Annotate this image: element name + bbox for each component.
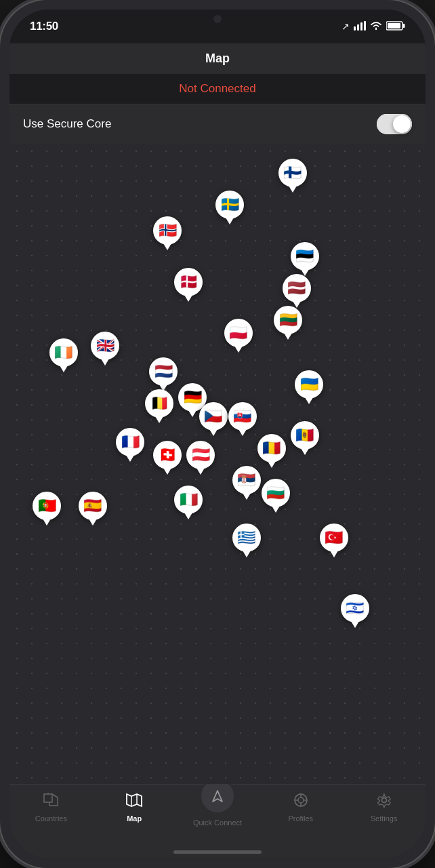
flag-pin-denmark[interactable]: 🇩🇰 xyxy=(174,268,203,302)
tab-profiles[interactable]: Profiles xyxy=(259,790,342,825)
flag-pin-romania[interactable]: 🇷🇴 xyxy=(257,434,286,468)
signal-icon xyxy=(354,21,366,33)
dot-grid xyxy=(9,144,426,784)
tab-countries[interactable]: Countries xyxy=(9,790,93,825)
toggle-knob xyxy=(393,115,411,133)
flag-pin-sweden[interactable]: 🇸🇪 xyxy=(215,191,244,224)
flag-pin-poland[interactable]: 🇵🇱 xyxy=(224,319,253,353)
flag-circle-italy: 🇮🇹 xyxy=(174,486,203,514)
countries-label: Countries xyxy=(35,814,67,823)
flag-point-romania xyxy=(268,461,276,468)
profiles-label: Profiles xyxy=(288,814,313,823)
flag-circle-belgium: 🇧🇪 xyxy=(145,389,173,418)
flag-point-sweden xyxy=(226,218,234,224)
flag-circle-ireland: 🇮🇪 xyxy=(49,338,78,367)
wifi-icon xyxy=(370,21,382,33)
flag-pin-italy[interactable]: 🇮🇹 xyxy=(174,486,203,519)
flag-point-spain xyxy=(89,519,97,526)
front-camera xyxy=(213,15,222,23)
flag-pin-latvia[interactable]: 🇱🇻 xyxy=(283,274,311,308)
flag-pin-switzerland[interactable]: 🇨🇭 xyxy=(153,441,182,475)
connection-status-bar: Not Connected xyxy=(9,74,426,104)
status-icons: ↗ xyxy=(341,21,405,33)
flag-pin-bulgaria[interactable]: 🇧🇬 xyxy=(262,479,290,513)
flag-circle-uk: 🇬🇧 xyxy=(91,332,119,360)
flag-pin-finland[interactable]: 🇫🇮 xyxy=(278,159,307,193)
flag-point-germany xyxy=(188,410,196,417)
flag-pin-ukraine[interactable]: 🇺🇦 xyxy=(295,370,323,404)
flag-point-italy xyxy=(184,513,192,519)
flag-pin-ireland[interactable]: 🇮🇪 xyxy=(49,338,78,372)
svg-point-12 xyxy=(298,797,304,803)
flag-point-lithuania xyxy=(284,333,292,340)
svg-rect-1 xyxy=(357,24,359,31)
page-title: Map xyxy=(205,52,230,65)
flag-point-france xyxy=(126,455,134,462)
flag-pin-czechia[interactable]: 🇨🇿 xyxy=(199,402,228,436)
nav-header: Map xyxy=(9,43,426,74)
flag-point-greece xyxy=(243,551,251,557)
flag-circle-finland: 🇫🇮 xyxy=(278,159,307,187)
flag-pin-slovakia[interactable]: 🇸🇰 xyxy=(228,402,257,436)
flag-pin-lithuania[interactable]: 🇱🇹 xyxy=(274,306,302,340)
flag-pin-norway[interactable]: 🇳🇴 xyxy=(153,216,182,250)
connection-status-text: Not Connected xyxy=(179,82,255,95)
secure-core-row[interactable]: Use Secure Core xyxy=(9,104,426,144)
flag-circle-czechia: 🇨🇿 xyxy=(199,402,228,431)
flag-point-finland xyxy=(289,186,297,193)
flag-pin-turkey[interactable]: 🇹🇷 xyxy=(320,524,348,557)
home-indicator xyxy=(9,845,426,859)
flag-pin-spain[interactable]: 🇪🇸 xyxy=(79,492,107,526)
flag-point-slovakia xyxy=(239,429,247,436)
flag-pin-israel[interactable]: 🇮🇱 xyxy=(341,594,369,628)
flag-point-belgium xyxy=(155,416,163,423)
flag-pin-belgium[interactable]: 🇧🇪 xyxy=(145,389,173,423)
flag-pin-austria[interactable]: 🇦🇹 xyxy=(186,441,215,475)
flag-circle-romania: 🇷🇴 xyxy=(257,434,286,462)
flag-point-turkey xyxy=(330,551,338,557)
flag-pin-portugal[interactable]: 🇵🇹 xyxy=(33,492,61,526)
map-label: Map xyxy=(127,814,142,823)
svg-rect-0 xyxy=(354,26,356,31)
tab-map[interactable]: Map xyxy=(93,790,176,825)
phone-screen: 11:50 ↗ xyxy=(9,9,426,859)
location-icon: ↗ xyxy=(341,21,350,32)
quick-connect-label: Quick Connect xyxy=(193,818,242,827)
flag-pin-uk[interactable]: 🇬🇧 xyxy=(91,332,119,366)
flag-pin-serbia[interactable]: 🇷🇸 xyxy=(232,466,261,500)
flag-circle-lithuania: 🇱🇹 xyxy=(274,306,302,334)
flag-circle-bulgaria: 🇧🇬 xyxy=(262,479,290,507)
secure-core-toggle[interactable] xyxy=(377,114,412,134)
tab-quick-connect[interactable]: Quick Connect xyxy=(176,778,260,827)
flag-pin-estonia[interactable]: 🇪🇪 xyxy=(291,242,319,276)
flag-circle-poland: 🇵🇱 xyxy=(224,319,253,347)
map-area[interactable]: 🇫🇮🇸🇪🇳🇴🇪🇪🇱🇻🇱🇹🇩🇰🇮🇪🇬🇧🇳🇱🇧🇪🇩🇪🇵🇱🇨🇿🇸🇰🇦🇹🇫🇷🇨🇭🇺🇦🇲🇩… xyxy=(9,144,426,784)
flag-pin-greece[interactable]: 🇬🇷 xyxy=(232,524,261,557)
flag-point-switzerland xyxy=(163,468,171,475)
flag-circle-latvia: 🇱🇻 xyxy=(283,274,311,302)
phone-frame: 11:50 ↗ xyxy=(0,0,435,868)
flag-pin-moldova[interactable]: 🇲🇩 xyxy=(291,421,319,455)
flag-circle-greece: 🇬🇷 xyxy=(232,524,261,552)
map-icon xyxy=(126,793,142,812)
flag-circle-estonia: 🇪🇪 xyxy=(291,242,319,271)
countries-icon xyxy=(43,793,59,812)
flag-point-denmark xyxy=(184,295,192,302)
svg-marker-10 xyxy=(213,791,222,802)
svg-rect-5 xyxy=(403,24,405,28)
flag-circle-portugal: 🇵🇹 xyxy=(33,492,61,520)
flag-point-uk xyxy=(101,359,109,366)
svg-rect-6 xyxy=(388,23,400,28)
flag-point-norway xyxy=(163,243,171,250)
battery-icon xyxy=(386,21,405,33)
settings-icon xyxy=(376,793,392,812)
flag-circle-serbia: 🇷🇸 xyxy=(232,466,261,494)
flag-circle-israel: 🇮🇱 xyxy=(341,594,369,623)
tab-settings[interactable]: Settings xyxy=(342,790,426,825)
flag-circle-turkey: 🇹🇷 xyxy=(320,524,348,552)
flag-point-portugal xyxy=(43,519,51,526)
flag-pin-france[interactable]: 🇫🇷 xyxy=(116,428,144,462)
flag-point-israel xyxy=(351,621,359,628)
flag-point-moldova xyxy=(301,448,309,455)
flag-pin-netherlands[interactable]: 🇳🇱 xyxy=(149,357,178,391)
